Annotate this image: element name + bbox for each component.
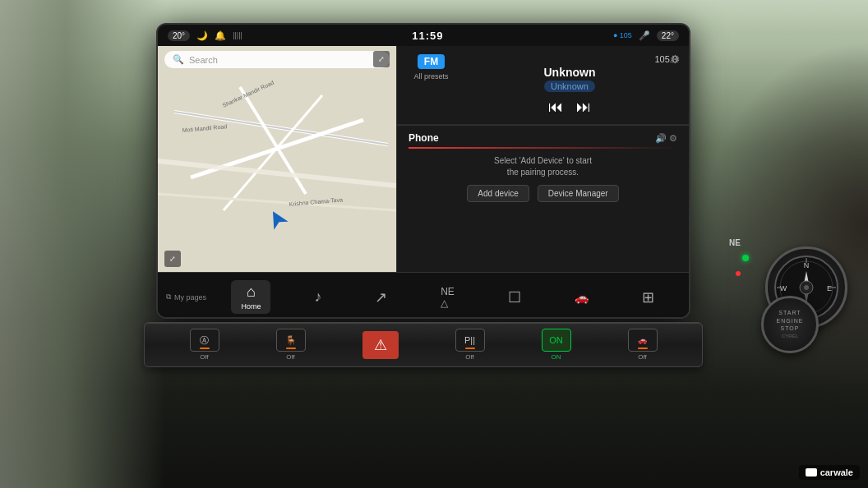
start-label: START bbox=[778, 309, 801, 316]
nav-item-music[interactable]: ♪ bbox=[304, 285, 331, 309]
phone-title: Phone bbox=[409, 132, 439, 144]
map-expand-top[interactable]: ⤢ bbox=[373, 51, 390, 67]
infotainment-screen: 20° 🌙 🔔 ||||| 11:59 ● 105 🎤 22° 🔍 Search bbox=[156, 23, 690, 319]
temperature-left: 20° bbox=[168, 30, 190, 41]
next-button[interactable]: ⏭ bbox=[576, 99, 591, 116]
phone-message: Select 'Add Device' to startthe pairing … bbox=[409, 155, 677, 178]
main-content-area: 🔍 Search Moti Mandil Road Shankar Mandir… bbox=[158, 46, 689, 272]
station-subtitle: Unknown bbox=[544, 81, 595, 92]
controls-bar: Ⓐ Off 🪑 Off ⚠ P|| Off ON ON 🚗 bbox=[144, 322, 703, 367]
nav-item-nav[interactable]: ↗ bbox=[365, 285, 397, 310]
phone-icon: ☐ bbox=[508, 288, 521, 306]
station-name: Unknown bbox=[462, 66, 677, 79]
seat-label: Off bbox=[286, 353, 295, 361]
red-indicator bbox=[736, 271, 741, 276]
home-label: Home bbox=[241, 302, 261, 311]
device-manager-button[interactable]: Device Manager bbox=[538, 185, 619, 202]
car-icon: 🚗 bbox=[575, 291, 589, 304]
fm-badge: FM bbox=[418, 54, 445, 69]
phone-actions: Add device Device Manager bbox=[409, 185, 677, 202]
map-search-bar[interactable]: 🔍 Search bbox=[164, 51, 390, 68]
hazard-button[interactable]: ⚠ bbox=[362, 331, 399, 359]
media-info: 105.0 Unknown Unknown ⏮ ⏭ bbox=[462, 54, 677, 116]
svg-text:W: W bbox=[780, 284, 787, 292]
acc-icon: Ⓐ bbox=[190, 329, 219, 352]
temperature-right: 22° bbox=[657, 30, 679, 41]
nav-item-apps[interactable]: ⊞ bbox=[632, 285, 664, 310]
nav-item-car[interactable]: 🚗 bbox=[565, 288, 598, 307]
status-left: 20° 🌙 🔔 ||||| bbox=[168, 30, 242, 41]
nav-bar: ⧉ My pages ⌂ Home ♪ ↗ NE△ ☐ 🚗 bbox=[158, 272, 689, 319]
pages-icon: ⧉ bbox=[166, 292, 171, 302]
bell-icon: 🔔 bbox=[215, 30, 226, 41]
engine-label: ENGINE bbox=[777, 317, 804, 325]
phone-panel: Phone 🔊 ⚙ Select 'Add Device' to startth… bbox=[397, 125, 689, 272]
my-pages-label: ⧉ My pages bbox=[166, 292, 206, 302]
last-button[interactable]: 🚗 Off bbox=[628, 329, 658, 361]
nav-items: ⌂ Home ♪ ↗ NE△ ☐ 🚗 ⊞ bbox=[215, 280, 681, 314]
apps-icon: ⊞ bbox=[642, 288, 654, 306]
on-indicator: ON bbox=[549, 335, 563, 345]
carwale-text: carwale bbox=[820, 467, 853, 477]
navigation-icon: ↗ bbox=[375, 288, 387, 306]
seat-icon: 🪑 bbox=[276, 329, 306, 352]
svg-point-26 bbox=[804, 285, 809, 290]
acc-label: Off bbox=[200, 353, 209, 361]
nav-item-home[interactable]: ⌂ Home bbox=[231, 280, 270, 314]
nav-item-phone[interactable]: ☐ bbox=[498, 285, 531, 310]
right-panel: ⚙ FM All presets 105.0 Unknown Unknown ⏮… bbox=[396, 46, 689, 272]
search-placeholder: Search bbox=[189, 55, 218, 65]
carwale-icon bbox=[806, 468, 817, 476]
radio-icon: ● 105 bbox=[613, 31, 632, 39]
phone-icons: 🔊 ⚙ bbox=[655, 133, 677, 144]
svg-rect-1 bbox=[158, 46, 396, 272]
media-controls: ⏮ ⏭ bbox=[462, 99, 677, 116]
left-panel-decoration bbox=[0, 0, 164, 488]
on-button[interactable]: ON ON bbox=[542, 329, 571, 361]
moon-icon: 🌙 bbox=[196, 30, 208, 41]
map-display: Moti Mandil Road Shankar Mandir Road Kri… bbox=[158, 46, 396, 272]
phone-divider bbox=[409, 147, 677, 149]
phone-header: Phone 🔊 ⚙ bbox=[409, 132, 677, 144]
nav-item-ne[interactable]: NE△ bbox=[431, 283, 464, 312]
steering-area bbox=[704, 41, 868, 411]
settings-icon[interactable]: ⚙ bbox=[670, 53, 681, 66]
seat-button[interactable]: 🪑 Off bbox=[276, 329, 306, 361]
start-engine-stop-button[interactable]: START ENGINE STOP CYREL bbox=[761, 296, 819, 353]
map-panel[interactable]: 🔍 Search Moti Mandil Road Shankar Mandir… bbox=[158, 46, 396, 272]
mic-icon: 🎤 bbox=[639, 30, 650, 41]
hazard-icon: ⚠ bbox=[362, 331, 399, 359]
home-icon: ⌂ bbox=[247, 283, 256, 301]
green-indicator bbox=[742, 255, 749, 261]
last-icon: 🚗 bbox=[628, 329, 658, 352]
status-bar: 20° 🌙 🔔 ||||| 11:59 ● 105 🎤 22° bbox=[158, 25, 689, 46]
seat-indicator bbox=[286, 348, 296, 349]
stop-label: STOP bbox=[781, 325, 800, 332]
status-right: ● 105 🎤 22° bbox=[613, 30, 679, 41]
last-indicator bbox=[638, 348, 648, 349]
add-device-button[interactable]: Add device bbox=[467, 185, 529, 202]
acc-indicator bbox=[200, 348, 210, 349]
clock-display: 11:59 bbox=[412, 30, 443, 42]
prev-button[interactable]: ⏮ bbox=[548, 99, 563, 116]
acc-button[interactable]: Ⓐ Off bbox=[190, 329, 219, 361]
on-label: ON bbox=[552, 353, 561, 361]
carwale-watermark: carwale bbox=[799, 465, 860, 480]
last-label: Off bbox=[638, 353, 647, 361]
media-source: FM All presets bbox=[409, 54, 454, 116]
park-indicator bbox=[465, 348, 475, 349]
svg-text:E: E bbox=[827, 284, 832, 292]
map-expand-bottom[interactable]: ⤢ bbox=[164, 251, 181, 267]
media-frequency: 105.0 bbox=[462, 54, 677, 64]
on-icon: ON bbox=[542, 329, 571, 352]
media-section: FM All presets 105.0 Unknown Unknown ⏮ ⏭ bbox=[397, 46, 689, 125]
music-icon: ♪ bbox=[314, 288, 321, 306]
park-button[interactable]: P|| Off bbox=[455, 329, 485, 361]
ne-direction-label: NE bbox=[729, 238, 741, 247]
search-icon: 🔍 bbox=[173, 54, 184, 65]
park-label: Off bbox=[465, 353, 474, 361]
ne-label: NE△ bbox=[441, 286, 455, 309]
all-presets-label: All presets bbox=[413, 72, 448, 81]
signal-icon: ||||| bbox=[233, 31, 242, 39]
cyrel-label: CYREL bbox=[782, 334, 798, 340]
